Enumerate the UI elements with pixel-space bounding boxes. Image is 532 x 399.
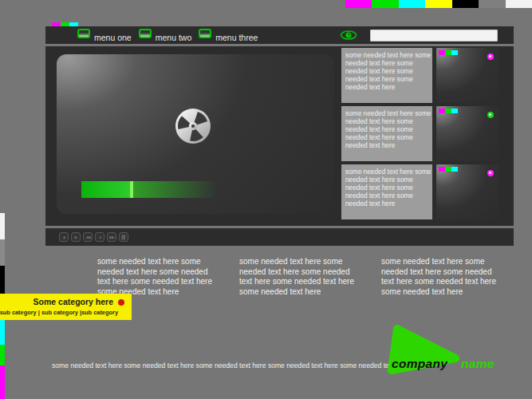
monitor-icon <box>77 29 90 38</box>
color-bar-yellow <box>425 0 451 8</box>
text-line: some needed text here some <box>97 257 213 267</box>
menu-item-label: menu two <box>156 33 192 42</box>
text-line: needed text here some needed <box>381 267 497 278</box>
menu-item-three[interactable]: menu three <box>199 28 258 42</box>
film-reel-icon <box>175 108 211 144</box>
main-panel: some needed text here some needed text h… <box>45 46 514 226</box>
thumbnail-accent-squares <box>439 167 458 172</box>
info-line: needed text here some <box>345 75 428 83</box>
logo-company-text: company <box>392 357 447 371</box>
page: menu one menu two menu three <box>0 0 532 399</box>
square-magenta <box>439 50 445 55</box>
info-block-list: some needed text here some needed text h… <box>341 48 432 219</box>
strip-gray <box>0 239 5 266</box>
square-green <box>445 109 451 113</box>
square-magenta <box>439 109 445 113</box>
info-line: needed text here some <box>345 67 428 75</box>
menu-bar: menu one menu two menu three <box>45 26 514 44</box>
video-thumbnail[interactable] <box>436 48 499 103</box>
text-line: text here some needed text here <box>239 277 355 287</box>
progress-filled <box>81 181 130 198</box>
info-line: needed text here some <box>345 176 428 184</box>
info-line: some needed text here some <box>345 109 428 117</box>
square-green <box>445 167 451 172</box>
pause-button[interactable]: ▌▌ <box>119 232 128 242</box>
color-bar-cyan <box>399 0 425 8</box>
main-nav: menu one menu two menu three <box>77 26 258 44</box>
video-player[interactable] <box>57 54 334 214</box>
strip-green <box>0 345 5 365</box>
search-input[interactable] <box>370 30 498 41</box>
category-title: Some category here <box>33 297 113 306</box>
info-line: needed text here some <box>345 117 428 125</box>
info-line: some needed text here some <box>345 51 428 59</box>
square-magenta <box>439 167 445 172</box>
info-text-block[interactable]: some needed text here some needed text h… <box>341 48 432 103</box>
info-text-block[interactable]: some needed text here some needed text h… <box>341 164 432 219</box>
forward-button[interactable]: ▶▶ <box>107 232 116 242</box>
info-line: needed text here some <box>345 184 428 192</box>
eye-icon[interactable] <box>340 30 357 41</box>
category-subtitle[interactable]: sub category | sub category |sub categor… <box>0 309 118 316</box>
color-bar-white <box>506 0 532 8</box>
info-line: needed text here some <box>345 133 428 141</box>
thumbnail-accent-squares <box>439 109 458 113</box>
menu-item-two[interactable]: menu two <box>139 28 192 42</box>
monitor-icon <box>199 29 211 38</box>
strip-black <box>0 266 5 294</box>
status-dot <box>487 170 494 176</box>
status-dot <box>487 53 494 60</box>
color-bar-gray <box>479 0 505 8</box>
info-line: needed text here <box>345 141 428 149</box>
square-green <box>445 50 451 55</box>
logo-triangle-icon <box>383 322 471 381</box>
info-line: needed text here <box>345 200 428 207</box>
monitor-icon <box>139 29 152 38</box>
footer-text: some needed text here some needed text h… <box>52 361 395 369</box>
thumbnail-list <box>436 48 499 219</box>
record-button[interactable]: ● <box>95 232 104 242</box>
player-control-bar: ■ ▶ ◀◀ ● ▶▶ ▌▌ <box>45 228 514 246</box>
text-line: some needed text here some <box>381 257 497 267</box>
text-line: needed text here some needed <box>97 267 213 278</box>
status-dot <box>487 112 494 118</box>
text-column: some needed text here some needed text h… <box>97 257 213 297</box>
body-text-columns: some needed text here some needed text h… <box>97 257 497 297</box>
color-calibration-bars <box>345 0 532 8</box>
progress-bar[interactable] <box>81 181 217 198</box>
info-line: needed text here <box>345 83 428 91</box>
menu-item-one[interactable]: menu one <box>77 28 132 42</box>
color-bar-magenta <box>345 0 372 8</box>
info-line: needed text here some <box>345 192 428 200</box>
color-bar-green <box>372 0 398 8</box>
category-box[interactable]: Some category here sub category | sub ca… <box>0 294 132 320</box>
play-button[interactable]: ▶ <box>71 232 81 242</box>
text-column: some needed text here some needed text h… <box>239 257 355 297</box>
text-column: some needed text here some needed text h… <box>381 257 497 297</box>
strip-magenta <box>0 365 5 399</box>
text-line: text here some needed text here <box>97 277 213 287</box>
text-line: text here some needed text here <box>381 277 497 287</box>
info-line: some needed text here some <box>345 168 428 176</box>
strip-white <box>0 213 5 239</box>
menu-item-label: menu one <box>94 33 132 42</box>
square-cyan <box>451 109 458 113</box>
text-line: some needed text here <box>239 287 355 298</box>
rewind-button[interactable]: ◀◀ <box>83 232 93 242</box>
company-logo[interactable]: company name <box>383 322 530 381</box>
category-red-dot <box>118 299 124 306</box>
strip-cyan <box>0 320 5 345</box>
logo-name-text: name <box>461 357 495 371</box>
text-line: needed text here some needed <box>239 267 355 278</box>
stop-button[interactable]: ■ <box>59 232 69 242</box>
square-cyan <box>451 50 458 55</box>
progress-buffer <box>133 181 217 198</box>
thumbnail-accent-squares <box>439 50 458 55</box>
info-line: needed text here some <box>345 59 428 67</box>
info-text-block[interactable]: some needed text here some needed text h… <box>341 106 432 161</box>
video-thumbnail[interactable] <box>436 106 499 161</box>
text-line: some needed text here <box>381 287 497 298</box>
color-bar-black <box>452 0 479 8</box>
video-thumbnail[interactable] <box>436 164 499 219</box>
info-line: needed text here some <box>345 125 428 133</box>
